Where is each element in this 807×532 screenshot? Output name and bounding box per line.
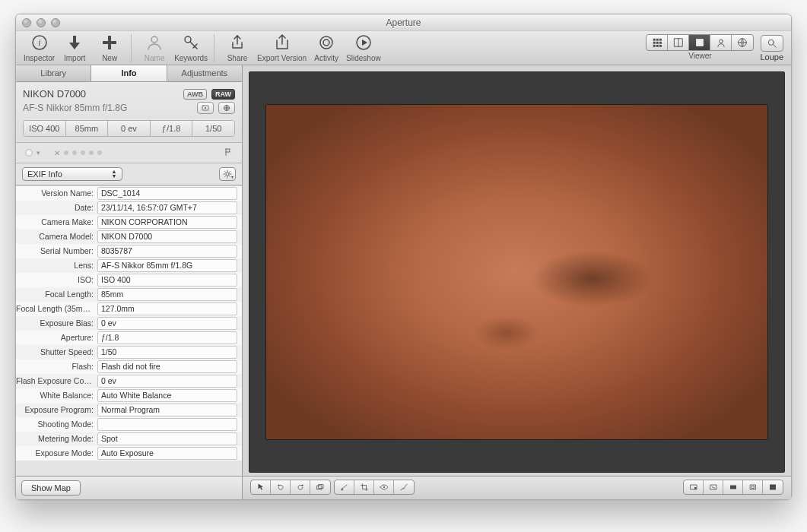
metadata-row: Flash:Flash did not fire [16,359,242,374]
zoom-toggle-button[interactable] [743,480,763,494]
rating-star-1[interactable] [64,150,68,155]
metadata-row: Camera Make:NIKON CORPORATION [16,215,242,230]
metadata-key: Shutter Speed: [16,345,97,359]
metadata-key: ISO: [16,273,97,287]
metadata-row: Exposure Mode:Auto Exposure [16,446,242,461]
export-version-button[interactable]: Export Version [257,34,307,62]
metadata-value[interactable]: 23/11/14, 16:57:07 GMT+7 [97,201,237,214]
metadata-value[interactable]: Flash did not fire [97,360,237,373]
share-button[interactable]: Share [222,34,253,62]
flag-button[interactable] [224,147,233,158]
metadata-value[interactable]: ISO 400 [97,274,237,287]
quick-preview-button[interactable] [704,480,723,494]
rating-star-2[interactable] [72,150,77,155]
rotate-cw-button[interactable] [291,480,310,494]
slideshow-button[interactable]: Slideshow [346,34,381,62]
svg-rect-8 [656,39,659,41]
straighten-button[interactable] [335,480,354,494]
metadata-value[interactable]: ƒ/1.8 [97,331,237,344]
param-shutter: 1/50 [192,121,234,136]
select-tool-button[interactable] [251,480,271,494]
crop-button[interactable] [354,480,374,494]
metadata-value[interactable]: Auto White Balance [97,389,237,402]
metadata-value[interactable]: 0 ev [97,317,237,330]
metadata-key: White Balance: [16,388,97,403]
toolbar-group-faces: Name Keywords [131,34,208,62]
quick-preview-icon [709,483,718,492]
inspector-button[interactable]: i Inspector [24,34,55,62]
rotate-ccw-button[interactable] [271,480,291,494]
filmstrip-icon [729,483,738,492]
metadata-value[interactable]: 0 ev [97,375,237,388]
metadata-value[interactable]: 127.0mm [97,302,237,315]
metadata-key: Metering Mode: [16,432,97,446]
show-map-button[interactable]: Show Map [21,480,81,496]
metadata-value[interactable]: 85mm [97,288,237,301]
af-point-button[interactable] [197,102,214,114]
metadata-key: Lens: [16,258,97,273]
location-button[interactable] [218,102,235,114]
metadata-preset-select[interactable]: EXIF Info ▲▼ [22,167,122,181]
new-button[interactable]: New [94,34,125,62]
metadata-value[interactable]: Spot [97,432,237,445]
stack-button[interactable] [310,480,330,494]
viewer-canvas[interactable] [249,71,785,473]
color-label-disclosure[interactable]: ▾ [37,149,40,157]
activity-icon [315,34,338,52]
camera-summary: NIKON D7000 AWB RAW AF-S Nikkor 85mm f/1… [16,82,242,143]
preset-row: EXIF Info ▲▼ ▾ [16,163,242,185]
close-window-button[interactable] [22,18,31,27]
clear-rating-button[interactable]: ✕ [54,149,60,157]
viewer-faces-button[interactable] [710,35,732,50]
redeye-button[interactable] [374,480,394,494]
viewer-grid-button[interactable] [647,35,668,50]
metadata-value[interactable] [97,418,237,431]
svg-rect-12 [659,42,662,44]
metadata-row: Flash Exposure Co…:0 ev [16,374,242,388]
svg-point-21 [768,40,774,45]
activity-button[interactable]: Activity [311,34,342,62]
metadata-value[interactable]: NIKON D7000 [97,230,237,243]
metadata-value[interactable]: Normal Program [97,404,237,416]
metadata-value[interactable]: 8035787 [97,245,237,258]
tab-library[interactable]: Library [16,65,91,81]
viewer-single-button[interactable] [689,35,710,50]
show-master-button[interactable] [723,480,743,494]
metadata-key: Focal Length: [16,287,97,302]
retouch-button[interactable] [394,480,414,494]
zoom-window-button[interactable] [51,18,60,27]
primary-only-button[interactable] [684,480,704,494]
metadata-row: Shooting Mode: [16,417,242,432]
primary-icon [689,483,698,492]
person-icon [143,34,166,52]
name-button[interactable]: Name [139,34,170,62]
metadata-list[interactable]: Version Name:DSC_1014Date:23/11/14, 16:5… [16,185,242,476]
metadata-value[interactable]: NIKON CORPORATION [97,216,237,229]
keywords-button[interactable]: Keywords [174,34,208,62]
flag-icon [224,147,233,157]
minimize-window-button[interactable] [37,18,46,27]
metadata-value[interactable]: DSC_1014 [97,187,237,200]
metadata-key: Serial Number: [16,244,97,258]
rating-star-5[interactable] [97,150,102,155]
metadata-actions-button[interactable]: ▾ [219,167,236,181]
metadata-value[interactable]: 1/50 [97,346,237,359]
import-button[interactable]: Import [59,34,90,62]
loupe-button[interactable] [761,35,783,52]
eye-icon [380,483,389,492]
metadata-value[interactable]: Auto Exposure [97,447,237,460]
color-label-picker[interactable] [25,149,33,157]
pointer-icon [256,483,265,492]
metadata-value[interactable]: AF-S Nikkor 85mm f/1.8G [97,259,237,272]
full-screen-button[interactable] [763,480,783,494]
metadata-row: Metering Mode:Spot [16,432,242,446]
rating-star-3[interactable] [81,150,85,155]
viewer-places-button[interactable] [732,35,753,50]
rating-star-4[interactable] [89,150,94,155]
tab-adjustments[interactable]: Adjustments [167,65,242,81]
activity-label: Activity [314,54,338,62]
viewer-split-button[interactable] [668,35,689,50]
select-stepper-icon: ▲▼ [109,168,119,180]
tab-info[interactable]: Info [91,65,167,81]
plus-icon [98,34,121,52]
